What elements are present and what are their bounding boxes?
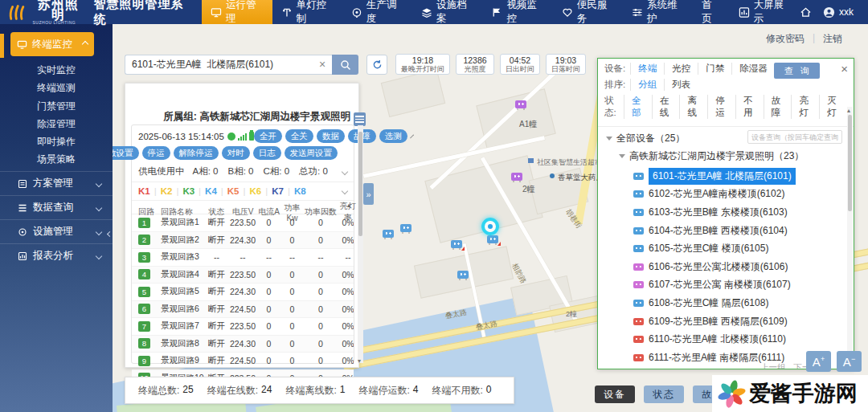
filter-option-停运[interactable]: 停运 [707,95,735,119]
nav-item-单灯控制[interactable]: 单灯控制 [272,0,342,24]
status-终端在线数:: 终端在线数:24 [207,384,272,398]
device-row[interactable]: 6107-芯光里公寓 南楼楼顶(6107) [633,276,854,295]
channel-K7[interactable]: K7 [272,186,284,196]
channel-K6[interactable]: K6 [250,186,262,196]
sidebar-subitem-即时操作[interactable]: 即时操作 [0,133,113,150]
nav-item-系统维护[interactable]: 系统维护 [623,0,693,24]
filter-option-门禁[interactable]: 门禁 [698,63,731,75]
nav-item-设施档案[interactable]: 设施档案 [412,0,482,24]
suzhou-lighting-logo-icon [8,3,28,21]
legend-button-设备[interactable]: 设备 [595,385,635,403]
device-row[interactable]: 6108-芯光里C幢 隔层(6108) [633,294,854,312]
panel-list-icon[interactable] [354,112,366,126]
nav-item-视频监控[interactable]: 视频监控 [482,0,552,24]
topnav-items: 运行管理单灯控制生产调度设施档案视频监控便民服务系统维护首页大屏展示 [202,0,800,24]
device-row[interactable]: 6109-芯光里B幢 西楼隔层(6109) [633,312,854,331]
font-decrease-button[interactable]: A− [837,351,862,372]
filter-option-除湿器[interactable]: 除湿器 [731,63,775,75]
search-button[interactable] [332,55,358,75]
panel-expand-tab[interactable]: » [363,183,374,205]
sidebar-subitem-实时监控[interactable]: 实时监控 [0,61,113,79]
device-row[interactable]: 6104-芯光里B幢 西楼楼顶(6104) [633,222,854,240]
filter-option-灭灯[interactable]: 灭灯 [819,95,847,119]
close-icon[interactable]: × [841,62,848,75]
map-terminal-marker[interactable] [487,235,498,243]
filter-option-故障[interactable]: 故障 [764,95,792,119]
query-button[interactable]: 查 询 [774,63,820,79]
map-terminal-marker[interactable] [383,230,394,238]
sidebar-group-设施管理[interactable]: 设施管理 [0,219,113,243]
action-button-停运[interactable]: 停运 [142,146,170,160]
device-row[interactable]: 6102-芯光里A幢南楼楼顶(6102) [633,186,854,204]
sidebar-collapse-handle[interactable] [108,223,113,244]
action-button-日志[interactable]: 日志 [253,146,281,160]
sidebar-group-方案管理[interactable]: 方案管理 [0,171,113,195]
device-row[interactable]: 6101-芯光里A幢 北楼隔层(6101) [633,167,854,186]
channel-K4[interactable]: K4 [205,186,217,196]
user-menu[interactable]: xxk [823,6,854,18]
map-terminal-marker[interactable] [451,240,462,248]
chevron-down-icon[interactable] [342,168,348,174]
channel-K2[interactable]: K2 [161,186,173,196]
chevron-down-icon[interactable] [342,188,348,194]
tree-scrollbar[interactable]: ▴ [847,107,853,367]
device-row[interactable]: 6110-芯光里A幢 北楼楼顶(6110) [633,330,854,349]
filter-option-光控[interactable]: 光控 [664,63,698,75]
filter-option-亮灯[interactable]: 亮灯 [791,95,819,119]
map-terminal-marker[interactable] [400,224,411,232]
sidebar-subitem-除湿管理[interactable]: 除湿管理 [0,115,113,133]
sidebar-subitem-场景策略[interactable]: 场景策略 [0,150,113,168]
device-search-input[interactable] [125,55,332,75]
nav-item-大屏展示[interactable]: 大屏展示 [730,0,800,24]
circuit-value-cell: 0% [337,356,354,365]
nav-item-运行管理[interactable]: 运行管理 [202,0,272,24]
filter-option-在线[interactable]: 在线 [652,95,680,119]
map-building [381,69,446,117]
tree-search-input[interactable] [747,130,842,144]
circuit-number-badge: 1 [138,218,150,228]
logout-link[interactable]: 注销 [823,32,842,46]
change-password-link[interactable]: 修改密码 [766,32,805,46]
action-button-对时[interactable]: 对时 [222,146,250,160]
clear-search-icon[interactable]: × [315,57,330,71]
nav-item-首页[interactable]: 首页 [693,0,729,24]
device-row[interactable]: 6103-芯光里B幢 东楼楼顶(6103) [633,203,854,222]
action-button-解除停运[interactable]: 解除停运 [174,146,219,160]
filter-option-离线[interactable]: 离线 [679,95,707,119]
channel-K5[interactable]: K5 [227,186,240,196]
map-terminal-marker[interactable] [511,173,522,181]
prev-group-link[interactable]: 上一组 [760,362,786,369]
filter-option-不用[interactable]: 不用 [735,95,764,119]
filter-option-全部[interactable]: 全部 [624,95,652,119]
legend-button-状态[interactable]: 状态 [644,385,684,403]
sidebar-group-报表分析[interactable]: 报表分析 [0,243,113,267]
sidebar-subitem-门禁管理[interactable]: 门禁管理 [0,97,113,115]
action-button-全关[interactable]: 全关 [285,129,313,143]
panel-scrollbar[interactable]: ▾ [358,125,363,363]
nav-item-生产调度[interactable]: 生产调度 [342,0,412,24]
action-button-选测[interactable]: 选测 [379,129,407,143]
tree-group[interactable]: 高铁新城芯汇湖周边楼宇景观照明（23） [619,149,854,163]
action-button-数据[interactable]: 数据 [317,129,345,143]
device-row[interactable]: 6105-芯光里C幢 楼顶(6105) [633,239,854,258]
channel-K8[interactable]: K8 [294,186,306,196]
sidebar-subitem-终端巡测[interactable]: 终端巡测 [0,79,113,96]
refresh-button[interactable] [366,55,387,75]
map-terminal-marker[interactable] [515,100,526,108]
map-terminal-marker[interactable] [457,271,469,279]
channel-K1[interactable]: K1 [138,186,150,196]
font-increase-button[interactable]: A+ [806,351,831,372]
sidebar-item-terminal-monitor[interactable]: 终端监控 [10,32,94,56]
filter-option-列表[interactable]: 列表 [664,79,698,91]
chevron-down-icon [96,252,102,259]
sidebar-group-数据查询[interactable]: 数据查询 [0,195,113,219]
filter-option-终端[interactable]: 终端 [630,63,664,75]
scroll-up-icon[interactable]: ▴ [347,202,350,209]
action-button-发送周设置[interactable]: 发送周设置 [285,146,338,160]
channel-K3[interactable]: K3 [182,186,194,196]
home-icon[interactable] [800,6,812,18]
filter-option-分组[interactable]: 分组 [630,79,664,91]
device-row[interactable]: 6106-芯光里公寓北楼楼顶(6106) [633,258,854,276]
action-button-全开[interactable]: 全开 [254,129,282,143]
nav-item-便民服务[interactable]: 便民服务 [553,0,623,24]
